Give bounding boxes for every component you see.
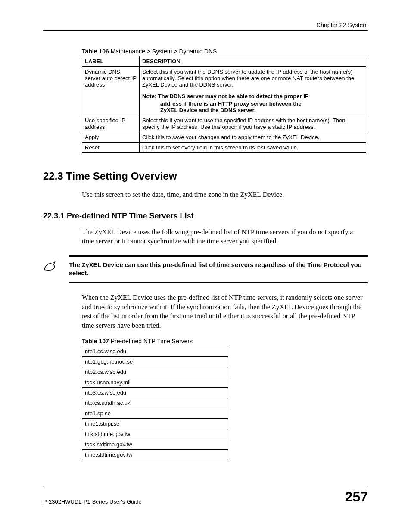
table-cell-label: Dynamic DNS server auto detect IP addres… xyxy=(82,67,140,115)
ntp-server: time1.stupi.se xyxy=(82,419,228,429)
table-cell-label: Reset xyxy=(82,143,140,153)
subsection-heading: 22.3.1 Pre-defined NTP Time Servers List xyxy=(43,212,368,221)
section-intro: Use this screen to set the date, time, a… xyxy=(82,190,364,199)
table-107-caption: Table 107 Pre-defined NTP Time Servers xyxy=(82,338,368,345)
ntp-server: tick.stdtime.gov.tw xyxy=(82,429,228,439)
footer-guide-name: P-2302HWUDL-P1 Series User's Guide xyxy=(43,498,142,505)
table-row: time1.stupi.se xyxy=(82,419,228,429)
section-heading: 22.3 Time Setting Overview xyxy=(43,170,368,182)
ntp-server: tock.usno.navy.mil xyxy=(82,377,228,388)
ntp-server: ntp.cs.strath.ac.uk xyxy=(82,398,228,408)
table-107-caption-text: Pre-defined NTP Time Servers xyxy=(109,338,193,345)
note-icon xyxy=(43,261,69,274)
table-cell-label: Apply xyxy=(82,132,140,143)
table-row: time.stdtime.gov.tw xyxy=(82,450,228,460)
ntp-server: time.stdtime.gov.tw xyxy=(82,450,228,460)
callout-bottom-bar xyxy=(69,282,368,283)
table-cell-desc-text: Select this if you want the DDNS server … xyxy=(142,68,354,88)
footer-page-number: 257 xyxy=(345,489,368,505)
table-row: ntp1.cs.wisc.edu xyxy=(82,346,228,357)
table-row: Dynamic DNS server auto detect IP addres… xyxy=(82,67,366,115)
table-cell-note-line1: Note: The DDNS server may not be able to… xyxy=(142,93,363,100)
table-row: ntp3.cs.wisc.edu xyxy=(82,388,228,398)
ntp-server: ntp3.cs.wisc.edu xyxy=(82,388,228,398)
table-106-caption-text: Maintenance > System > Dynamic DNS xyxy=(109,48,217,55)
table-row: tock.stdtime.gov.tw xyxy=(82,439,228,450)
table-106-caption: Table 106 Maintenance > System > Dynamic… xyxy=(82,48,368,55)
ntp-server: ntp1.cs.wisc.edu xyxy=(82,346,228,357)
table-row: ntp2.cs.wisc.edu xyxy=(82,367,228,377)
callout-note: The ZyXEL Device can use this pre-define… xyxy=(43,255,368,283)
table-cell-desc: Select this if you want the DDNS server … xyxy=(140,67,366,115)
subsection-p1: The ZyXEL Device uses the following pre-… xyxy=(82,227,364,246)
page-footer: P-2302HWUDL-P1 Series User's Guide 257 xyxy=(43,486,368,505)
table-row: tick.stdtime.gov.tw xyxy=(82,429,228,439)
table-106-caption-num: Table 106 xyxy=(82,48,109,55)
table-106-head-label: LABEL xyxy=(82,56,140,67)
ntp-server: ntp1.sp.se xyxy=(82,408,228,419)
table-row: ntp.cs.strath.ac.uk xyxy=(82,398,228,408)
table-cell-note-line3: ZyXEL Device and the DDNS server. xyxy=(142,107,363,113)
ntp-server: ntp2.cs.wisc.edu xyxy=(82,367,228,377)
table-cell-desc: Select this if you want to use the speci… xyxy=(140,115,366,132)
table-cell-desc: Click this to save your changes and to a… xyxy=(140,132,366,143)
table-row: tock.usno.navy.mil xyxy=(82,377,228,388)
ntp-server: tock.stdtime.gov.tw xyxy=(82,439,228,450)
table-107-caption-num: Table 107 xyxy=(82,338,109,345)
callout-text: The ZyXEL Device can use this pre-define… xyxy=(69,261,368,278)
table-row: ntp1.sp.se xyxy=(82,408,228,419)
table-row: Use specified IP address Select this if … xyxy=(82,115,366,132)
table-cell-desc: Click this to set every field in this sc… xyxy=(140,143,366,153)
table-106-head-desc: DESCRIPTION xyxy=(140,56,366,67)
table-row: ntp1.gbg.netnod.se xyxy=(82,357,228,367)
chapter-label: Chapter 22 System xyxy=(316,22,368,28)
table-106: LABEL DESCRIPTION Dynamic DNS server aut… xyxy=(82,56,366,153)
table-107: ntp1.cs.wisc.edu ntp1.gbg.netnod.se ntp2… xyxy=(82,346,228,460)
table-cell-note-line2: address if there is an HTTP proxy server… xyxy=(142,100,363,107)
subsection-p2: When the ZyXEL Device uses the pre-defin… xyxy=(82,293,364,330)
ntp-server: ntp1.gbg.netnod.se xyxy=(82,357,228,367)
table-cell-label: Use specified IP address xyxy=(82,115,140,132)
page-header: Chapter 22 System xyxy=(43,22,368,31)
table-row: Reset Click this to set every field in t… xyxy=(82,143,366,153)
table-row: Apply Click this to save your changes an… xyxy=(82,132,366,143)
